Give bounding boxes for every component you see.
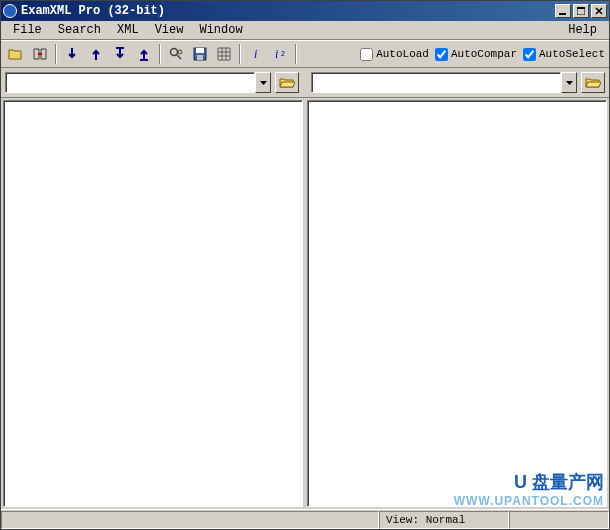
app-window: ExamXML Pro (32-bit) File Search XML Vie… (0, 0, 610, 530)
menubar: File Search XML View Window Help (1, 21, 609, 40)
left-open-button[interactable] (275, 72, 299, 93)
svg-text:i: i (254, 47, 257, 61)
autocompare-input[interactable] (435, 48, 448, 61)
file-selector-bar (1, 68, 609, 98)
find-button[interactable] (165, 43, 187, 65)
svg-point-3 (171, 49, 178, 56)
app-icon (3, 4, 17, 18)
svg-text:2: 2 (281, 50, 285, 57)
svg-rect-2 (577, 7, 585, 9)
autoload-input[interactable] (360, 48, 373, 61)
autoselect-checkbox[interactable]: AutoSelect (523, 48, 605, 61)
svg-rect-7 (197, 55, 203, 60)
autoselect-label: AutoSelect (539, 48, 605, 60)
right-open-button[interactable] (581, 72, 605, 93)
open-file-button[interactable] (5, 43, 27, 65)
first-diff-button[interactable] (109, 43, 131, 65)
left-file-combo (5, 72, 271, 93)
right-file-input[interactable] (311, 72, 561, 93)
status-message (1, 511, 379, 529)
svg-rect-0 (559, 13, 566, 15)
maximize-button[interactable] (573, 4, 589, 18)
window-title: ExamXML Pro (32-bit) (21, 4, 555, 18)
right-file-dropdown-button[interactable] (561, 72, 577, 93)
toolbar-separator (55, 44, 57, 64)
status-view-label: View: (386, 514, 419, 526)
next-diff-down-button[interactable] (61, 43, 83, 65)
left-file-input[interactable] (5, 72, 255, 93)
save-button[interactable] (189, 43, 211, 65)
menu-file[interactable]: File (5, 21, 50, 39)
autoload-checkbox[interactable]: AutoLoad (360, 48, 429, 61)
right-pane[interactable] (307, 100, 607, 507)
statusbar: View: Normal (1, 509, 609, 529)
compare-button[interactable] (29, 43, 51, 65)
right-file-combo (311, 72, 577, 93)
status-view-value: Normal (426, 514, 466, 526)
toolbar-separator (295, 44, 297, 64)
status-view-cell: View: Normal (379, 511, 509, 529)
left-pane[interactable] (3, 100, 303, 507)
last-diff-button[interactable] (133, 43, 155, 65)
autoload-label: AutoLoad (376, 48, 429, 60)
toolbar-separator (159, 44, 161, 64)
close-button[interactable] (591, 4, 607, 18)
menu-xml[interactable]: XML (109, 21, 147, 39)
minimize-button[interactable] (555, 4, 571, 18)
info-button[interactable]: i (245, 43, 267, 65)
menu-search[interactable]: Search (50, 21, 109, 39)
autoselect-input[interactable] (523, 48, 536, 61)
autocompare-checkbox[interactable]: AutoCompar (435, 48, 517, 61)
menu-view[interactable]: View (147, 21, 192, 39)
autocompare-label: AutoCompar (451, 48, 517, 60)
svg-rect-6 (196, 48, 204, 53)
status-extra-cell (509, 511, 609, 529)
svg-point-4 (178, 50, 182, 54)
menu-window[interactable]: Window (191, 21, 250, 39)
compare-panes (1, 98, 609, 509)
info2-button[interactable]: i2 (269, 43, 291, 65)
toolbar-separator (239, 44, 241, 64)
prev-diff-up-button[interactable] (85, 43, 107, 65)
left-file-dropdown-button[interactable] (255, 72, 271, 93)
titlebar[interactable]: ExamXML Pro (32-bit) (1, 1, 609, 21)
toolbar: i i2 AutoLoad AutoCompar AutoSelect (1, 40, 609, 68)
menu-help[interactable]: Help (560, 21, 605, 39)
svg-text:i: i (275, 47, 278, 61)
grid-view-button[interactable] (213, 43, 235, 65)
